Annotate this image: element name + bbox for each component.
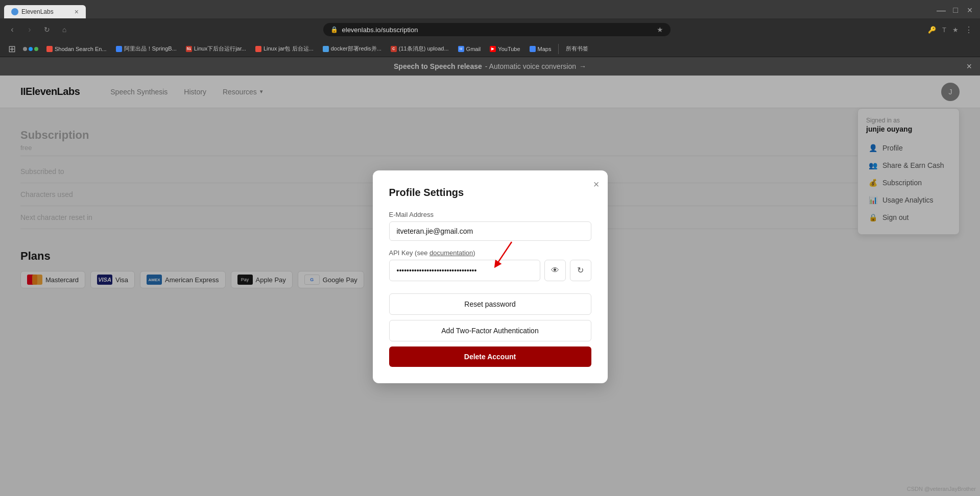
close-browser-btn[interactable]: × <box>964 4 976 16</box>
modal-title: Profile Settings <box>389 187 591 199</box>
bookmark-linux1[interactable]: 51 Linux下后台运行jar... <box>182 44 250 54</box>
bookmark-csdn[interactable]: C (11条消息) upload... <box>387 44 453 54</box>
bookmark-gmail[interactable]: M Gmail <box>454 45 485 53</box>
reset-password-btn[interactable]: Reset password <box>389 293 591 315</box>
regenerate-api-key-btn[interactable]: ↻ <box>570 260 591 281</box>
svg-line-1 <box>496 242 512 265</box>
bookmark-docker[interactable]: docker部署redis并... <box>319 44 386 54</box>
email-label: E-Mail Address <box>389 211 591 218</box>
forward-btn[interactable]: › <box>22 22 37 37</box>
back-btn[interactable]: ‹ <box>5 22 19 37</box>
api-doc-link[interactable]: documentation <box>429 249 473 257</box>
watermark: CSDN @veteranJayBrother <box>907 486 976 492</box>
home-btn[interactable]: ⌂ <box>57 22 71 37</box>
tab-bar: ElevenLabs × — □ × <box>0 0 980 18</box>
bookmarks-bar: ⊞ Shodan Search En... 阿里出品！SpringB... 51… <box>0 41 980 57</box>
star-btn[interactable]: ★ <box>950 23 961 37</box>
bookmark-linux2[interactable]: Linux jar包 后台运... <box>251 44 318 54</box>
app-container: Speech to Speech release - Automatic voi… <box>0 57 980 496</box>
modal-close-btn[interactable]: × <box>593 179 600 190</box>
nav-bar: ‹ › ↻ ⌂ 🔒 elevenlabs.io/subscription ★ 🔑… <box>0 18 980 41</box>
modal-overlay[interactable]: Profile Settings × E-Mail Address API Ke… <box>0 57 980 496</box>
bookmark-youtube-label: YouTube <box>498 46 520 52</box>
api-key-field-group: API Key (see documentation) 👁 ↻ <box>389 249 591 281</box>
bookmark-shodan[interactable]: Shodan Search En... <box>42 45 111 53</box>
menu-btn[interactable]: ⋮ <box>963 23 975 37</box>
tab-title: ElevenLabs <box>21 8 54 15</box>
browser-chrome: ElevenLabs × — □ × ‹ › ↻ ⌂ 🔒 elevenlabs.… <box>0 0 980 57</box>
url-text: elevenlabs.io/subscription <box>342 26 653 34</box>
translate-btn[interactable]: T <box>940 23 948 37</box>
address-bar[interactable]: 🔒 elevenlabs.io/subscription ★ <box>323 23 671 36</box>
browser-tab[interactable]: ElevenLabs × <box>4 5 86 18</box>
bookmark-all[interactable]: 所有书签 <box>562 44 592 54</box>
reload-btn[interactable]: ↻ <box>40 22 54 37</box>
extensions-btn[interactable]: 🔑 <box>926 23 938 37</box>
red-arrow-indicator <box>481 239 522 270</box>
bookmark-ali[interactable]: 阿里出品！SpringB... <box>112 44 181 54</box>
bookmark-dots[interactable] <box>20 47 41 51</box>
maximize-btn[interactable]: □ <box>949 4 962 16</box>
delete-account-btn[interactable]: Delete Account <box>389 346 591 367</box>
two-factor-auth-btn[interactable]: Add Two-Factor Authentication <box>389 320 591 341</box>
bookmark-maps[interactable]: Maps <box>525 45 556 53</box>
profile-settings-modal: Profile Settings × E-Mail Address API Ke… <box>373 170 608 383</box>
email-field-group: E-Mail Address <box>389 211 591 241</box>
email-input[interactable] <box>389 221 591 241</box>
toggle-api-visibility-btn[interactable]: 👁 <box>544 260 566 281</box>
minimize-btn[interactable]: — <box>935 4 947 16</box>
bookmark-apps[interactable]: ⊞ <box>5 42 19 56</box>
bookmark-youtube[interactable]: ▶ YouTube <box>486 45 524 53</box>
